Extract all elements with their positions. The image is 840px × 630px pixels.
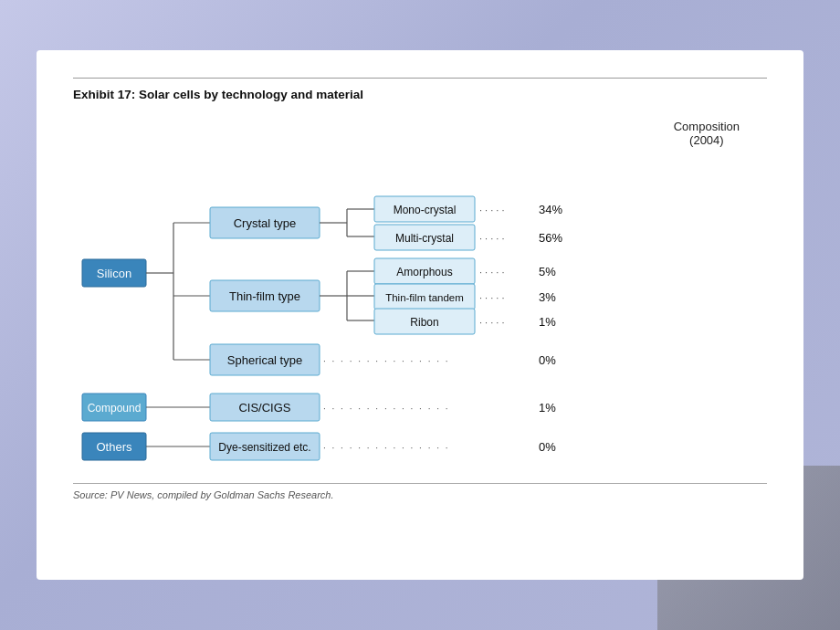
- tandem-label: Thin-film tandem: [385, 292, 464, 303]
- source-section: Source: PV News, compiled by Goldman Sac…: [73, 483, 767, 500]
- dye-label: Dye-sensitized etc.: [218, 441, 310, 454]
- mono-dots: · · · · ·: [479, 205, 505, 215]
- spherical-dots: · · · · · · · · · · · · · · ·: [323, 356, 450, 366]
- dye-pct: 0%: [539, 440, 556, 454]
- tandem-dots: · · · · ·: [479, 292, 505, 303]
- ribon-pct: 1%: [539, 315, 556, 329]
- exhibit-title: Exhibit 17: Solar cells by technology an…: [73, 88, 767, 101]
- dye-dots: · · · · · · · · · · · · · · ·: [323, 443, 450, 453]
- crystal-label: Crystal type: [234, 216, 297, 230]
- spherical-label: Spherical type: [227, 353, 302, 367]
- diagram-svg: Silicon Crystal type Thin-film type Sphe…: [73, 154, 767, 456]
- others-label: Others: [96, 440, 132, 454]
- amorphous-dots: · · · · ·: [479, 267, 505, 278]
- source-text: Source: PV News, compiled by Goldman Sac…: [73, 489, 767, 500]
- multicrystal-label: Multi-crystal: [395, 232, 454, 245]
- monocrystal-label: Mono-crystal: [394, 204, 457, 216]
- ribon-label: Ribon: [410, 316, 438, 329]
- amorphous-pct: 5%: [539, 265, 556, 278]
- ribon-dots: · · · · ·: [479, 317, 505, 328]
- ciscigs-pct: 1%: [539, 401, 556, 415]
- spherical-pct: 0%: [539, 353, 556, 367]
- ciscigs-dots: · · · · · · · · · · · · · · ·: [323, 404, 450, 414]
- multi-dots: · · · · ·: [479, 233, 505, 244]
- tandem-pct: 3%: [539, 290, 556, 304]
- multi-pct: 56%: [539, 231, 562, 245]
- white-card: Exhibit 17: Solar cells by technology an…: [37, 50, 803, 580]
- mono-pct: 34%: [539, 203, 562, 216]
- composition-label: Composition: [674, 120, 740, 133]
- composition-year: (2004): [674, 133, 740, 147]
- ciscigs-label: CIS/CIGS: [238, 401, 290, 415]
- amorphous-label: Amorphous: [396, 266, 452, 278]
- compound-label: Compound: [88, 402, 142, 415]
- silicon-label: Silicon: [97, 267, 131, 280]
- top-divider: [73, 78, 767, 79]
- thinfilm-label: Thin-film type: [229, 289, 300, 303]
